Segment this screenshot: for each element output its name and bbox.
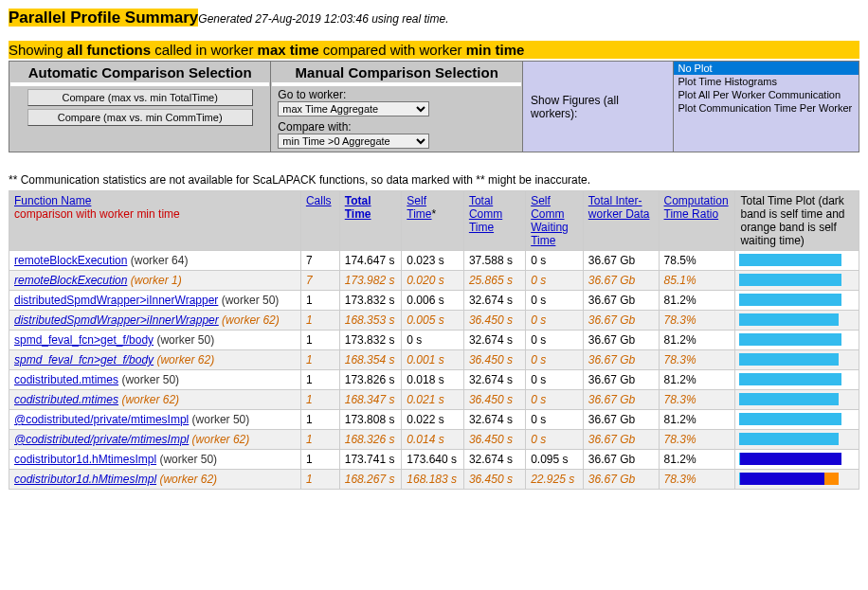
interworker-cell: 36.67 Gb xyxy=(583,331,659,350)
function-link[interactable]: @codistributed/private/mtimesImpl xyxy=(14,433,189,446)
ratio-cell: 81.2% xyxy=(659,291,735,311)
self-time-cell: 0.001 s xyxy=(402,350,464,370)
col-self-wait[interactable]: Self Comm Waiting Time xyxy=(531,194,569,247)
banner: Showing all functions called in worker m… xyxy=(9,41,859,59)
col-total-comm[interactable]: Total Comm Time xyxy=(469,194,502,234)
col-calls[interactable]: Calls xyxy=(306,194,332,207)
time-plot-cell xyxy=(735,450,859,470)
table-row: spmd_feval_fcn>get_f/body (worker 62)116… xyxy=(9,350,859,370)
total-time-cell: 173.982 s xyxy=(339,271,402,291)
total-comm-cell: 36.450 s xyxy=(463,311,525,331)
self-time-cell: 0.006 s xyxy=(402,291,464,311)
col-self-time[interactable]: Self Time xyxy=(407,194,431,221)
ratio-cell: 78.3% xyxy=(659,390,735,410)
time-plot-cell xyxy=(735,271,859,291)
worker-label: (worker 50) xyxy=(159,453,217,466)
page-title: Parallel Profile Summary xyxy=(9,9,198,27)
goto-worker-label: Go to worker: xyxy=(278,88,365,101)
col-interworker[interactable]: Total Inter-worker Data xyxy=(588,194,650,221)
worker-label: (worker 62) xyxy=(222,313,280,327)
calls-cell: 1 xyxy=(300,350,339,370)
self-wait-cell: 0 s xyxy=(526,311,584,331)
function-link[interactable]: @codistributed/private/mtimesImpl xyxy=(14,413,189,426)
worker-label: (worker 1) xyxy=(131,274,182,287)
plot-option[interactable]: Plot All Per Worker Communication xyxy=(674,88,859,101)
function-link[interactable]: remoteBlockExecution xyxy=(14,254,127,267)
calls-cell: 1 xyxy=(300,311,339,331)
table-row: codistributed.mtimes (worker 50)1173.826… xyxy=(9,370,859,390)
self-wait-cell: 0 s xyxy=(526,390,584,410)
self-time-cell: 0.023 s xyxy=(402,251,464,271)
calls-cell: 7 xyxy=(300,251,339,271)
interworker-cell: 36.67 Gb xyxy=(583,410,659,430)
interworker-cell: 36.67 Gb xyxy=(583,430,659,450)
total-comm-cell: 36.450 s xyxy=(463,470,525,490)
interworker-cell: 36.67 Gb xyxy=(583,350,659,370)
function-link[interactable]: codistributed.mtimes xyxy=(14,373,118,386)
calls-cell: 1 xyxy=(300,331,339,350)
plot-options-list[interactable]: No PlotPlot Time HistogramsPlot All Per … xyxy=(674,62,859,115)
function-link[interactable]: distributedSpmdWrapper>iInnerWrapper xyxy=(14,294,218,307)
function-link[interactable]: distributedSpmdWrapper>iInnerWrapper xyxy=(14,313,219,327)
table-row: codistributor1d.hMtimesImpl (worker 50)1… xyxy=(9,450,859,470)
function-link[interactable]: remoteBlockExecution xyxy=(14,274,127,287)
total-time-cell: 173.832 s xyxy=(339,291,402,311)
compare-commtime-button[interactable]: Compare (max vs. min CommTime) xyxy=(27,109,253,126)
interworker-cell: 36.67 Gb xyxy=(583,470,659,490)
self-time-cell: 0 s xyxy=(402,331,464,350)
interworker-cell: 36.67 Gb xyxy=(583,370,659,390)
col-ratio[interactable]: Computation Time Ratio xyxy=(664,194,729,221)
control-panel: Automatic Comparison Selection Compare (… xyxy=(9,61,859,152)
calls-cell: 1 xyxy=(300,410,339,430)
total-time-cell: 173.826 s xyxy=(339,370,402,390)
profile-table: Function Namecomparison with worker min … xyxy=(9,190,859,490)
function-link[interactable]: codistributed.mtimes xyxy=(14,393,118,406)
col-total-time[interactable]: Total Time xyxy=(345,194,371,221)
self-wait-cell: 0.095 s xyxy=(526,450,584,470)
table-row: remoteBlockExecution (worker 1)7173.982 … xyxy=(9,271,859,291)
self-time-cell: 168.183 s xyxy=(402,470,464,490)
function-link[interactable]: codistributor1d.hMtimesImpl xyxy=(14,453,156,466)
self-wait-cell: 0 s xyxy=(526,291,584,311)
self-wait-cell: 0 s xyxy=(526,331,584,350)
worker-label: (worker 50) xyxy=(222,294,280,307)
compare-totaltime-button[interactable]: Compare (max vs. min TotalTime) xyxy=(27,89,253,106)
time-plot-cell xyxy=(735,410,859,430)
time-plot-cell xyxy=(735,390,859,410)
worker-label: (worker 62) xyxy=(159,473,217,486)
show-figures-label: Show Figures (all workers): xyxy=(523,62,674,152)
plot-option[interactable]: Plot Communication Time Per Worker xyxy=(674,101,859,115)
total-comm-cell: 32.674 s xyxy=(463,370,525,390)
self-time-cell: 0.018 s xyxy=(402,370,464,390)
calls-cell: 1 xyxy=(300,370,339,390)
time-plot-cell xyxy=(735,311,859,331)
worker-label: (worker 62) xyxy=(192,433,250,446)
interworker-cell: 36.67 Gb xyxy=(583,291,659,311)
worker-label: (worker 50) xyxy=(192,413,250,426)
table-row: remoteBlockExecution (worker 64)7174.647… xyxy=(9,251,859,271)
total-time-cell: 168.354 s xyxy=(339,350,402,370)
self-wait-cell: 22.925 s xyxy=(526,470,584,490)
time-plot-cell xyxy=(735,350,859,370)
interworker-cell: 36.67 Gb xyxy=(583,450,659,470)
function-link[interactable]: codistributor1d.hMtimesImpl xyxy=(14,473,156,486)
self-time-cell: 0.020 s xyxy=(402,271,464,291)
calls-cell: 1 xyxy=(300,291,339,311)
interworker-cell: 36.67 Gb xyxy=(583,390,659,410)
total-comm-cell: 37.588 s xyxy=(463,251,525,271)
plot-option[interactable]: No Plot xyxy=(674,62,859,75)
compare-with-select[interactable]: min Time >0 Aggregate xyxy=(278,134,429,149)
total-comm-cell: 32.674 s xyxy=(463,450,525,470)
plot-option[interactable]: Plot Time Histograms xyxy=(674,75,859,88)
ratio-cell: 78.3% xyxy=(659,470,735,490)
time-plot-cell xyxy=(735,370,859,390)
goto-worker-select[interactable]: max Time Aggregate xyxy=(278,101,429,116)
function-link[interactable]: spmd_feval_fcn>get_f/body xyxy=(14,353,154,367)
col-function-name[interactable]: Function Name xyxy=(14,194,91,207)
self-wait-cell: 0 s xyxy=(526,251,584,271)
ratio-cell: 78.3% xyxy=(659,350,735,370)
self-wait-cell: 0 s xyxy=(526,350,584,370)
ratio-cell: 78.3% xyxy=(659,430,735,450)
function-link[interactable]: spmd_feval_fcn>get_f/body xyxy=(14,333,154,347)
time-plot-cell xyxy=(735,251,859,271)
